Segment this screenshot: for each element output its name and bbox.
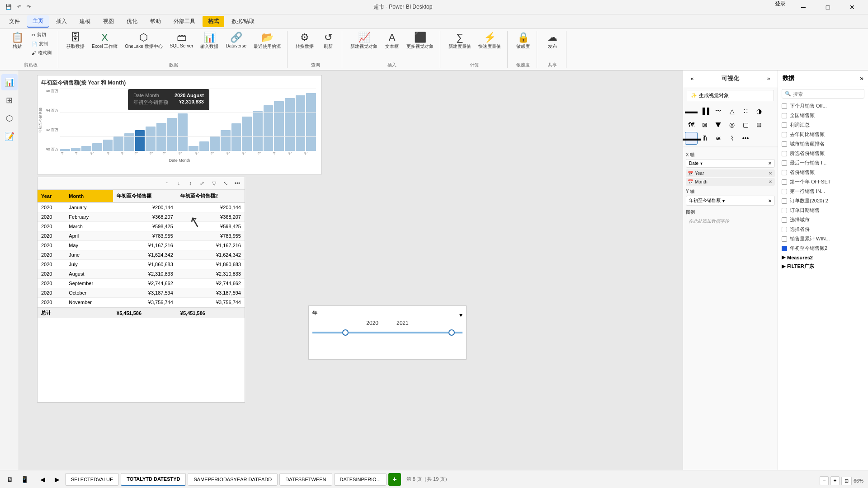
input-data-btn[interactable]: 📊 输入数据 [198,31,221,52]
tab-selectedvalue[interactable]: SELECTEDVALUE [65,473,119,486]
data-item-province[interactable]: 省份销售额 [778,168,868,177]
data-item-national[interactable]: 全国销售额 [778,111,868,120]
viz-waterfall-icon[interactable]: ⌇ [726,132,738,145]
viz-table-icon[interactable]: ⊞ [753,118,765,131]
sensitivity-btn[interactable]: 🔒 敏感度 [513,31,533,52]
viz-funnel-icon[interactable]: ⯆ [712,118,725,131]
chart-visual[interactable]: 年初至今销售额(按 Year 和 Month) ¥6 百万 ¥4 百万 ¥2 百… [37,75,322,174]
menu-help[interactable]: 帮助 [145,16,166,27]
year-slicer[interactable]: 年 ▾ 2020 2021 [308,305,467,360]
checkbox-national[interactable] [782,113,787,118]
tab-sameperiod[interactable]: SAMEPERIODASYEAR DATEADD [188,473,278,486]
viz-treemap-icon[interactable]: ⊠ [698,118,711,131]
zoom-out-btn[interactable]: − [820,476,829,485]
data-item-ytd-sales2[interactable]: 年初至今销售额2 [778,244,868,253]
dataverse-btn[interactable]: 🔗 Dataverse [223,31,249,50]
menu-insert[interactable]: 插入 [51,16,72,27]
filter-btn[interactable]: ▽ [209,179,218,188]
data-item-yoy[interactable]: 去年同比销售额 [778,130,868,139]
y-x-btn[interactable]: ✕ [768,198,772,203]
menu-optimize[interactable]: 优化 [121,16,143,27]
model-view-btn[interactable]: ⬡ [1,110,18,127]
viz-collapse-btn[interactable]: « [688,74,697,83]
data-item-profit[interactable]: 利润汇总 [778,120,868,130]
data-item-first-year[interactable]: 第一个年 OFFSET [778,177,868,187]
quick-measure-btn[interactable]: ⚡ 快速度量值 [476,31,504,52]
viz-card-icon[interactable]: ▢ [739,118,752,131]
get-data-btn[interactable]: 🗄 获取数据 [64,31,87,52]
undo-btn[interactable]: ↶ [17,4,21,10]
data-item-last-row[interactable]: 最后一行销售 I... [778,158,868,168]
generate-visual-btn[interactable]: ✨ 生成视觉对象 [687,90,774,101]
y-field-dropdown[interactable]: 年初至今销售额 ▾ ✕ [686,196,775,206]
checkbox-city-rank[interactable] [782,141,787,147]
checkbox-order-qty[interactable] [782,198,787,204]
recent-sources-btn[interactable]: 📂 最近使用的源 [251,31,283,52]
save-icon[interactable]: 💾 [5,4,12,10]
mobile-view-btn[interactable]: 📱 [18,473,31,486]
data-item-select-city[interactable]: 选择城市 [778,215,868,225]
checkbox-profit[interactable] [782,122,787,128]
table-view-btn[interactable]: ⊞ [1,92,18,108]
menu-external[interactable]: 外部工具 [168,16,201,27]
minimize-btn[interactable]: ─ [793,0,814,14]
checkbox-last-row[interactable] [782,160,787,166]
data-item-order-date[interactable]: 订单日期销售 [778,206,868,215]
group-filter-guangdong[interactable]: ▶ FILTER广东 [778,262,868,271]
data-item-first-row[interactable]: 第一行销售 IN... [778,187,868,196]
checkbox-ytd-sales2[interactable] [782,246,787,251]
slider-handle-left[interactable] [342,329,349,336]
user-account[interactable]: 登录 [775,0,786,14]
data-item-order-qty[interactable]: 订单数量(2020) 2 [778,196,868,206]
date-field-dropdown[interactable]: Date ▾ ✕ [686,159,775,168]
year-field-remove[interactable]: ✕ [768,171,773,176]
data-panel-expand-btn[interactable]: » [860,75,863,82]
viz-expand-btn[interactable]: » [764,74,773,83]
new-measure-btn[interactable]: ∑ 新建度量值 [446,31,474,52]
viz-area-icon[interactable]: △ [726,105,738,117]
viz-column-icon[interactable]: ▐▐ [698,105,711,117]
viz-more-icon[interactable]: ••• [739,132,752,145]
viz-stacked-bar-icon[interactable]: ▬▬▬ [685,132,698,145]
report-view-btn[interactable]: 📊 [1,74,18,90]
onelake-btn[interactable]: ⬡ OneLake 数据中心 [122,31,165,52]
checkbox-cumulative[interactable] [782,236,787,242]
sql-btn[interactable]: 🗃 SQL Server [167,31,196,50]
slicer-option-2020[interactable]: 2020 [366,320,378,326]
menu-home[interactable]: 主页 [27,15,49,28]
viz-ribbon-icon[interactable]: ≋ [712,132,725,145]
data-item-cumulative[interactable]: 销售量累计 WIN... [778,234,868,244]
fit-view-btn[interactable]: ⊡ [841,477,852,485]
redo-btn[interactable]: ↷ [27,4,31,10]
refresh-btn[interactable]: ↺ 刷新 [318,31,338,52]
dax-query-btn[interactable]: 📝 [1,128,18,145]
data-item-province-sales[interactable]: 所选省份销售额 [778,149,868,158]
close-btn[interactable]: ✕ [842,0,863,14]
add-page-btn[interactable]: + [388,473,401,486]
tab-datesbetween[interactable]: DATESBETWEEN [279,473,332,486]
checkbox-first-row[interactable] [782,189,787,194]
desktop-view-btn[interactable]: 🖥 [4,473,16,486]
format-painter-btn[interactable]: 🖌格式刷 [29,49,54,57]
viz-bar-icon[interactable]: ▬▬ [685,105,698,117]
data-item-select-province[interactable]: 选择省份 [778,225,868,234]
prev-page-btn[interactable]: ◀ [36,473,49,486]
month-field-remove[interactable]: ✕ [768,179,773,184]
checkbox-order-date[interactable] [782,208,787,213]
group-measures2[interactable]: ▶ Measures2 [778,253,868,262]
more-btn[interactable]: ••• [233,179,242,188]
tab-datesinperiod[interactable]: DATESINPERIO... [334,473,387,486]
checkbox-province-sales[interactable] [782,151,787,156]
publish-btn[interactable]: ☁ 发布 [542,31,562,52]
menu-view[interactable]: 视图 [98,16,119,27]
x-btn[interactable]: ✕ [768,161,772,166]
checkbox-yoy[interactable] [782,132,787,137]
data-item-next-month[interactable]: 下个月销售 Off... [778,101,868,111]
maximize-btn[interactable]: □ [817,0,838,14]
viz-gauge-icon[interactable]: ◎ [726,118,738,131]
menu-file[interactable]: 文件 [4,16,25,27]
excel-btn[interactable]: X Excel 工作簿 [89,31,120,52]
sort-asc-btn[interactable]: ↑ [162,179,171,188]
data-item-city-rank[interactable]: 城市销售额排名 [778,139,868,149]
sort-az-btn[interactable]: ↕ [186,179,195,188]
